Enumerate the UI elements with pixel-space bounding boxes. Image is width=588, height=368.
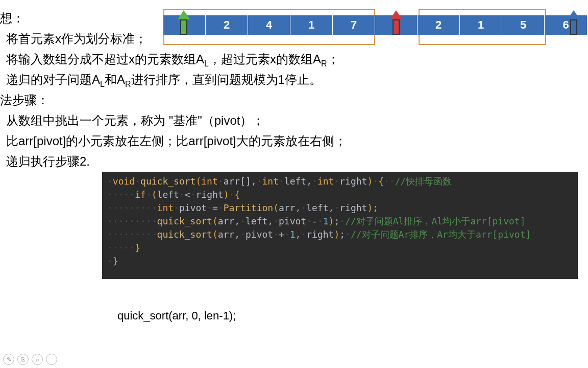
array-cell: 2 xyxy=(418,15,460,35)
array-cell: 6 xyxy=(545,15,587,35)
step-line-3: 递归执行步骤2. xyxy=(6,151,90,172)
marker-right-label: R xyxy=(568,48,580,57)
array-cell: 5 xyxy=(502,15,545,35)
array-cell: 7 xyxy=(333,15,375,35)
array-row: 3 2 4 1 7 8 2 1 5 6 xyxy=(163,15,587,35)
heading-steps: 法步骤： xyxy=(0,90,49,110)
array-cell: 2 xyxy=(206,15,248,35)
heading-idea: 想： xyxy=(0,8,24,29)
array-cell: 1 xyxy=(460,15,502,35)
more-icon[interactable]: ⋯ xyxy=(46,354,57,365)
toolbar: ✎ ⎘ ⌕ ⋯ xyxy=(3,354,57,365)
edit-icon[interactable]: ✎ xyxy=(3,354,14,365)
copy-icon[interactable]: ⎘ xyxy=(17,354,29,365)
step-line-2: 比arr[pivot]的小元素放在左侧；比arr[pivot]大的元素放在右侧； xyxy=(6,131,347,151)
code-block: ·void·quick_sort(int·arr[],·int·left,·in… xyxy=(102,172,578,279)
idea-line-1: 将首元素x作为划分标准； xyxy=(6,29,147,49)
zoom-icon[interactable]: ⌕ xyxy=(32,354,43,365)
marker-pivot-label: P xyxy=(390,48,402,57)
idea-line-3: 递归的对子问题AL和AR进行排序，直到问题规模为1停止。 xyxy=(6,70,322,95)
marker-pivot: P xyxy=(390,35,402,61)
array-cell: 1 xyxy=(290,15,333,35)
step-line-1: 从数组中挑出一个元素，称为 "基准"（pivot）； xyxy=(6,110,264,131)
function-call-example: quick_sort(arr, 0, len-1); xyxy=(117,309,236,323)
marker-right: R xyxy=(568,35,580,61)
array-cell: 4 xyxy=(248,15,290,35)
